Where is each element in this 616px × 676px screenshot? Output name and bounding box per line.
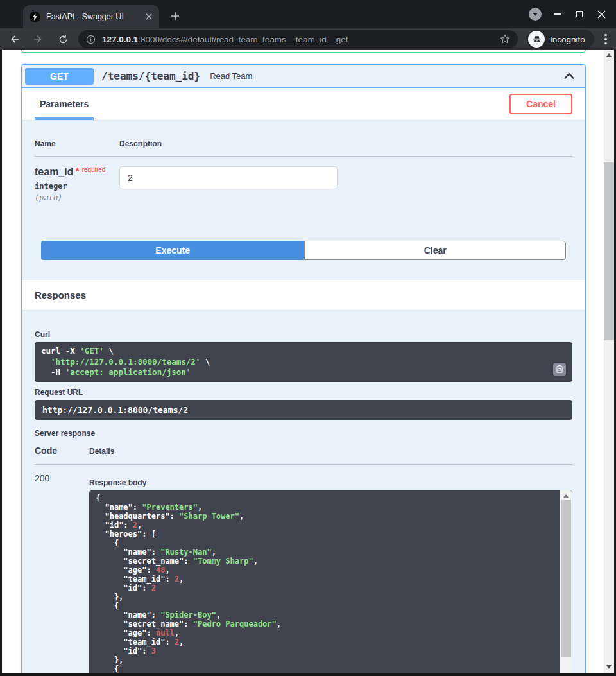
execute-wrapper: Execute Clear [41, 241, 566, 260]
window-close-button[interactable] [590, 0, 612, 28]
opblock-summary[interactable]: GET /teams/{team_id} Read Team [22, 65, 585, 88]
parameters-container: Name Description team_id*required intege… [22, 120, 585, 280]
page-scroll-down-icon[interactable] [606, 665, 612, 669]
code-header: Code [35, 446, 89, 456]
maximize-button[interactable] [569, 0, 590, 28]
opblock-get-read-team: GET /teams/{team_id} Read Team Parameter… [21, 64, 586, 673]
url-text: 127.0.0.1:8000/docs#/default/read_team_t… [102, 35, 500, 44]
response-body-scrollbar[interactable] [560, 490, 572, 673]
page-scroll-up-icon[interactable] [606, 53, 612, 57]
url-bar[interactable]: 127.0.0.1:8000/docs#/default/read_team_t… [78, 30, 518, 48]
method-badge: GET [25, 68, 94, 85]
new-tab-button[interactable] [167, 8, 184, 24]
clear-button[interactable]: Clear [304, 241, 566, 260]
menu-icon[interactable] [601, 30, 611, 48]
collapse-chevron-icon[interactable] [563, 73, 575, 80]
tab-parameters[interactable]: Parameters [35, 88, 94, 120]
details-header: Details [89, 447, 572, 456]
browser-window: FastAPI - Swagger UI [0, 0, 616, 676]
window-titlebar: FastAPI - Swagger UI [0, 0, 616, 28]
back-button[interactable] [5, 30, 23, 48]
swagger-page: GET /teams/{team_id} Read Team Parameter… [2, 50, 614, 673]
fastapi-favicon-icon [30, 12, 40, 22]
column-name-header: Name [35, 139, 119, 148]
reload-button[interactable] [54, 30, 72, 48]
param-type: integer [35, 182, 119, 191]
parameters-section-header: Parameters Cancel [22, 88, 585, 120]
scrollbar-thumb[interactable] [561, 500, 571, 657]
previous-opblock-edge[interactable] [21, 50, 586, 53]
request-url-block: http://127.0.0.1:8000/teams/2 [35, 400, 572, 420]
forward-button[interactable] [30, 30, 47, 48]
curl-label: Curl [35, 330, 572, 339]
param-name: team_id*required [35, 166, 119, 178]
column-description-header: Description [119, 139, 572, 148]
incognito-label: Incognito [550, 35, 585, 44]
team-id-input[interactable] [119, 166, 338, 189]
incognito-badge: Incognito [527, 30, 594, 49]
tab-title: FastAPI - Swagger UI [46, 12, 144, 21]
cancel-button[interactable]: Cancel [509, 94, 572, 114]
server-response-label: Server response [35, 429, 572, 438]
responses-title: Responses [35, 290, 86, 300]
response-code: 200 [35, 473, 89, 673]
minimize-button[interactable] [547, 0, 569, 28]
request-url-value: http://127.0.0.1:8000/teams/2 [35, 400, 572, 420]
incognito-icon [528, 31, 545, 48]
response-body-block: { "name": "Preventers", "headquarters": … [89, 490, 572, 673]
response-body-code: { "name": "Preventers", "headquarters": … [89, 490, 572, 673]
bookmark-star-icon[interactable] [500, 34, 510, 44]
site-info-icon[interactable] [86, 35, 96, 44]
page-scrollbar[interactable] [604, 50, 614, 673]
copy-to-clipboard-button[interactable] [553, 363, 566, 376]
response-row: 200 Response body { "name": "Preventers"… [35, 465, 572, 673]
endpoint-path: /teams/{team_id} [101, 70, 200, 82]
browser-update-icon[interactable] [529, 8, 542, 21]
execute-button[interactable]: Execute [41, 241, 304, 260]
window-controls [529, 0, 612, 28]
response-table-header: Code Details [35, 446, 572, 465]
responses-section-header: Responses [22, 280, 585, 310]
curl-code: curl -X 'GET' \ 'http://127.0.0.1:8000/t… [35, 342, 572, 382]
param-location: (path) [35, 193, 119, 202]
request-url-label: Request URL [35, 388, 572, 397]
required-asterisk: * [75, 166, 79, 177]
browser-tab[interactable]: FastAPI - Swagger UI [23, 5, 159, 28]
response-body-label: Response body [89, 473, 572, 487]
responses-container: Curl curl -X 'GET' \ 'http://127.0.0.1:8… [22, 310, 585, 673]
page-frame: GET /teams/{team_id} Read Team Parameter… [0, 50, 616, 676]
tab-close-icon[interactable] [144, 12, 154, 22]
browser-toolbar: 127.0.0.1:8000/docs#/default/read_team_t… [0, 28, 616, 50]
page-scrollbar-thumb[interactable] [604, 162, 614, 340]
curl-block: curl -X 'GET' \ 'http://127.0.0.1:8000/t… [35, 342, 572, 382]
endpoint-summary: Read Team [210, 71, 252, 81]
required-label: required [82, 166, 106, 173]
scrollbar-up-icon[interactable] [563, 494, 569, 498]
parameter-row: team_id*required integer (path) [35, 157, 572, 202]
